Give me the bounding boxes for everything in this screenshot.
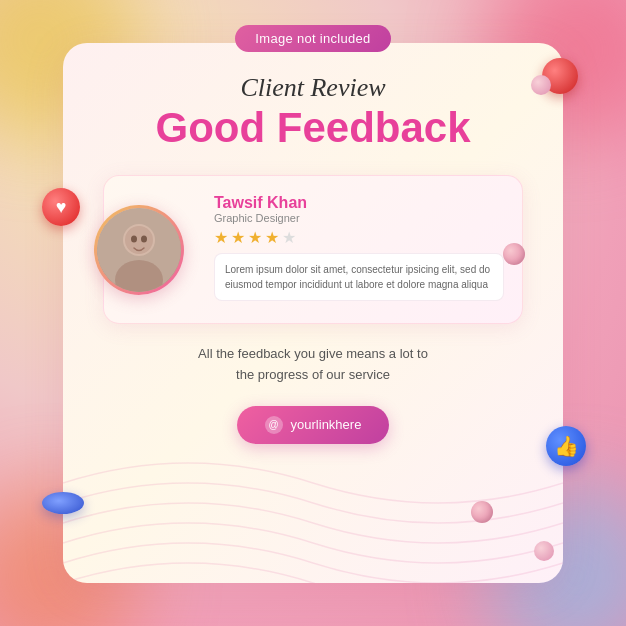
- reviewer-name: Tawsif Khan: [214, 194, 504, 212]
- outer-background: Image not included Client Review Good Fe…: [0, 0, 626, 626]
- link-label: yourlinkhere: [291, 417, 362, 432]
- card-content: Client Review Good Feedback: [93, 43, 533, 444]
- reviewer-info: Tawsif Khan Graphic Designer ★ ★ ★ ★ ★ L…: [214, 194, 504, 301]
- star-1: ★: [214, 228, 228, 247]
- avatar-wrapper: [94, 205, 184, 295]
- star-rating: ★ ★ ★ ★ ★: [214, 228, 504, 247]
- svg-point-5: [141, 235, 147, 242]
- review-text: Lorem ipsum dolor sit amet, consectetur …: [214, 253, 504, 301]
- ball-small-tr: [531, 75, 551, 95]
- star-5: ★: [282, 228, 296, 247]
- main-title: Good Feedback: [155, 105, 470, 151]
- footer-text: All the feedback you give means a lot to…: [198, 344, 428, 386]
- ball-small-br: [534, 541, 554, 561]
- main-card: Image not included Client Review Good Fe…: [63, 43, 563, 583]
- ball-pink-bottom: [471, 501, 493, 523]
- subtitle: Client Review: [240, 73, 385, 103]
- star-4: ★: [265, 228, 279, 247]
- review-box: Tawsif Khan Graphic Designer ★ ★ ★ ★ ★ L…: [103, 175, 523, 324]
- reviewer-role: Graphic Designer: [214, 212, 504, 224]
- svg-point-4: [131, 235, 137, 242]
- link-button[interactable]: @ yourlinkhere: [237, 406, 390, 444]
- star-2: ★: [231, 228, 245, 247]
- image-not-included-badge: Image not included: [235, 25, 390, 52]
- link-icon: @: [265, 416, 283, 434]
- star-3: ★: [248, 228, 262, 247]
- avatar: [97, 208, 181, 292]
